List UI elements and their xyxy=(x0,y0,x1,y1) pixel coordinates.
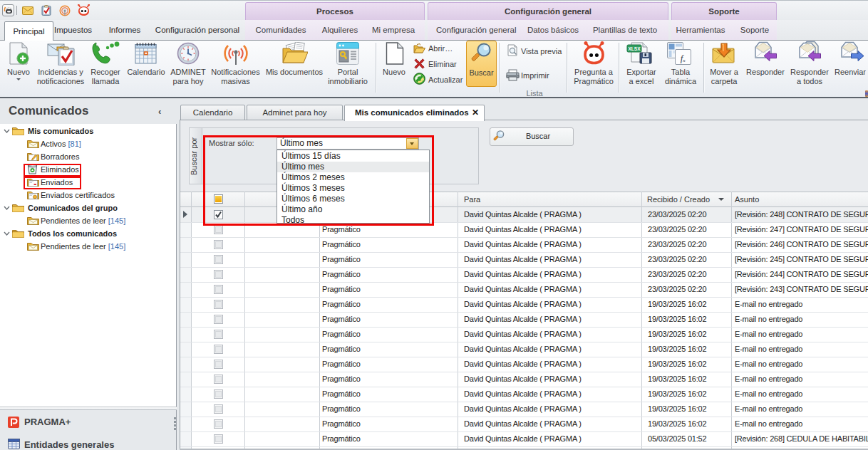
svg-text:fₓ: fₓ xyxy=(681,53,686,63)
svg-text:XLSX: XLSX xyxy=(629,46,641,51)
